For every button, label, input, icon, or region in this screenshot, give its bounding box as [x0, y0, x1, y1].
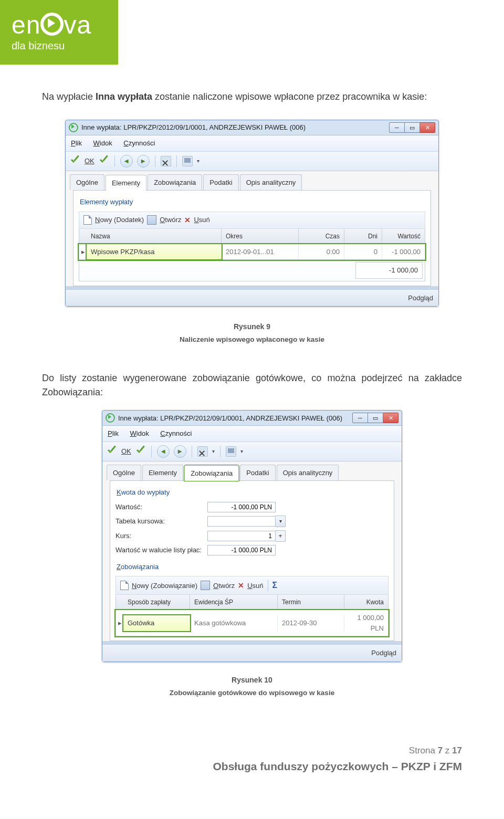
tabstrip: OgólneElementyZobowiązaniaPodatkiOpis an…: [102, 461, 402, 642]
brand-suffix: va: [64, 11, 91, 39]
window-title: Inne wypłata: LPR/PKZP/2012/09/1/0001, A…: [118, 413, 352, 424]
label-waluta: Wartość w walucie listy płac:: [116, 545, 207, 555]
cell-dni: 0: [344, 244, 382, 260]
grid-header: Nazwa Okres Czas Dni Wartość: [79, 229, 425, 244]
menu-plik[interactable]: Plik: [108, 429, 119, 437]
maximize-button[interactable]: ▭: [368, 413, 383, 423]
cell-sposob: Gotówka: [123, 615, 190, 631]
brand-logo: enva dla biznesu: [0, 0, 118, 65]
menu-widok[interactable]: Widok: [93, 139, 112, 147]
ok-button[interactable]: OK: [121, 446, 131, 457]
delete-button[interactable]: Usuń: [247, 581, 263, 591]
sub-toolbar: Nowy (Dodatek) Otwórz ✕ Usuń: [79, 212, 425, 229]
input-waluta[interactable]: [207, 545, 276, 555]
tab-podatki[interactable]: Podatki: [240, 465, 275, 481]
menubar: PPliklik Widok Czynności: [66, 135, 438, 151]
delete-button[interactable]: Usuń: [194, 215, 209, 225]
brand-wordmark: enva: [12, 13, 118, 38]
cell-kwota: 1 000,00 PLN: [344, 610, 388, 636]
col-okres[interactable]: Okres: [222, 229, 299, 244]
tab-opis[interactable]: Opis analityczny: [277, 465, 339, 481]
tab-zobowiazania[interactable]: Zobowiązania: [148, 174, 202, 191]
col-ewidencja[interactable]: Ewidencja ŚP: [190, 595, 278, 610]
window-title: Inne wypłata: LPR/PKZP/2012/09/1/0001, A…: [81, 122, 306, 133]
menubar: Plik Widok Czynności: [102, 425, 402, 442]
col-dni[interactable]: Dni: [344, 229, 382, 244]
label-wartosc: Wartość:: [116, 502, 207, 512]
printer-icon[interactable]: [226, 446, 236, 457]
tools-icon[interactable]: ✕: [197, 446, 208, 457]
check-icon: [70, 156, 80, 166]
col-czas[interactable]: Czas: [299, 229, 344, 244]
tab-zobowiazania[interactable]: Zobowiązania: [184, 465, 239, 481]
minimize-button[interactable]: ─: [389, 122, 405, 133]
table-row[interactable]: ▸ Wpisowe PKZP/kasa 2012-09-01...01 0:00…: [79, 244, 425, 260]
tab-podatki[interactable]: Podatki: [203, 174, 238, 191]
open-button[interactable]: Otwórz: [213, 581, 235, 591]
tab-ogolne[interactable]: Ogólne: [70, 174, 104, 191]
col-sposob[interactable]: Sposób zapłaty: [123, 595, 190, 610]
input-tabela[interactable]: [207, 516, 276, 527]
cell-okres: 2012-09-01...01: [222, 244, 299, 260]
window-elements: Inne wypłata: LPR/PKZP/2012/09/1/0001, A…: [65, 120, 439, 307]
nav-forward-button[interactable]: ►: [137, 155, 150, 167]
cell-termin: 2012-09-30: [278, 615, 344, 631]
play-icon: [40, 13, 64, 36]
menu-czynnosci[interactable]: Czynności: [123, 139, 155, 147]
col-nazwa[interactable]: Nazwa: [87, 229, 222, 244]
statusbar: Podgląd: [66, 289, 438, 307]
plus-button[interactable]: +: [276, 530, 286, 542]
menu-widok[interactable]: Widok: [130, 429, 149, 437]
close-button[interactable]: ✕: [420, 122, 435, 133]
group-kwota: Kwota do wypłaty: [117, 487, 388, 498]
brand-prefix: en: [12, 11, 40, 39]
figure-caption-1-sub: Naliczenie wpisowego wpłaconego w kasie: [42, 334, 462, 345]
close-button[interactable]: ✕: [383, 413, 398, 423]
menu-czynnosci[interactable]: Czynności: [160, 429, 192, 437]
col-termin[interactable]: Termin: [278, 595, 344, 610]
nav-back-button[interactable]: ◄: [157, 445, 170, 458]
table-row[interactable]: ▸ Gotówka Kasa gotówkowa 2012-09-30 1 00…: [116, 610, 388, 636]
new-button[interactable]: Nowy (Zobowiązanie): [132, 581, 197, 591]
col-kwota[interactable]: Kwota: [344, 595, 388, 610]
sigma-icon[interactable]: Σ: [272, 579, 278, 592]
check-icon: [99, 156, 109, 166]
new-icon: [120, 581, 129, 590]
sub-toolbar: Nowy (Zobowiązanie) Otwórz ✕ Usuń Σ: [116, 576, 388, 595]
app-icon: [106, 413, 115, 423]
tab-elementy[interactable]: Elementy: [142, 465, 183, 481]
col-wartosc[interactable]: Wartość: [382, 229, 425, 244]
cell-wartosc: -1 000,00: [382, 244, 425, 260]
input-wartosc[interactable]: [207, 502, 276, 512]
menu-plik[interactable]: PPliklik: [71, 139, 82, 147]
statusbar: Podgląd: [102, 644, 402, 662]
tools-icon[interactable]: ✕: [161, 156, 171, 166]
grid-header: Sposób zapłaty Ewidencja ŚP Termin Kwota: [116, 595, 388, 610]
toolbar: OK ◄ ► ✕ ▾: [66, 151, 438, 171]
cell-czas: 0:00: [299, 244, 344, 260]
nav-forward-button[interactable]: ►: [174, 445, 186, 458]
page-number: Strona 7 z 17: [0, 746, 462, 756]
open-button[interactable]: Otwórz: [160, 215, 181, 225]
maximize-button[interactable]: ▭: [405, 122, 420, 133]
tab-opis[interactable]: Opis analityczny: [240, 174, 302, 191]
check-icon: [135, 446, 146, 457]
label-kurs: Kurs:: [116, 531, 207, 541]
figure-caption-2-sub: Zobowiązanie gotówkowe do wpisowego w ka…: [42, 688, 462, 698]
dropdown-button[interactable]: ▾: [276, 516, 286, 527]
tab-elementy[interactable]: Elementy: [106, 175, 146, 191]
paragraph-1: Na wypłacie Inna wypłata zostanie nalicz…: [42, 90, 462, 104]
nav-back-button[interactable]: ◄: [120, 155, 133, 167]
printer-icon[interactable]: [182, 156, 193, 166]
ok-button[interactable]: OK: [85, 156, 94, 166]
brand-tagline: dla biznesu: [12, 40, 118, 52]
group-zobowiazania: Zobowiązania: [117, 562, 388, 572]
figure-caption-2: Rysunek 10: [42, 675, 462, 686]
cell-nazwa: Wpisowe PKZP/kasa: [87, 244, 222, 260]
input-kurs[interactable]: [207, 531, 276, 541]
new-icon: [83, 215, 92, 225]
label-tabela: Tabela kursowa:: [116, 516, 207, 527]
tab-ogolne[interactable]: Ogólne: [107, 465, 141, 481]
minimize-button[interactable]: ─: [352, 413, 368, 423]
new-button[interactable]: Nowy (Dodatek): [95, 215, 144, 225]
